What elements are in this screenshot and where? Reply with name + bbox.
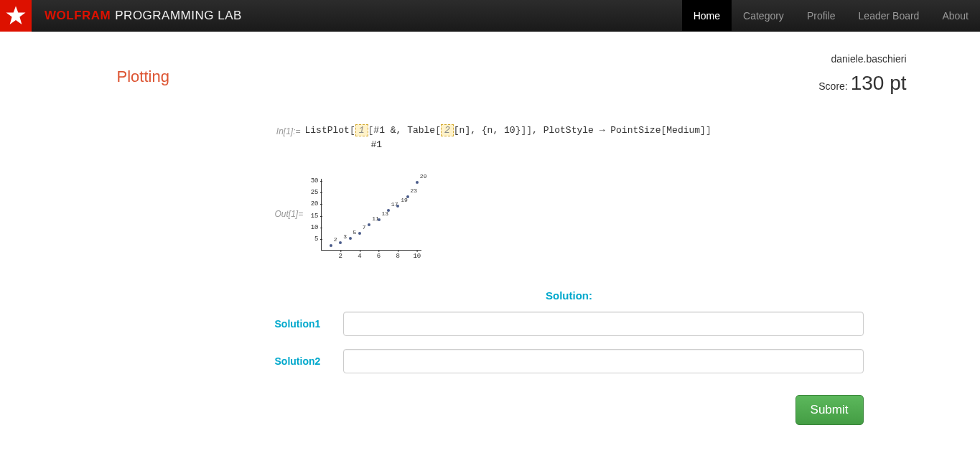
in-label: In[1]:= — [275, 124, 305, 136]
output-plot: 2468102357111317192329 51015202530 — [305, 176, 427, 269]
navbar: WOLFRAM PROGRAMMING LAB Home Category Pr… — [0, 0, 980, 32]
data-point — [378, 218, 381, 221]
nav-items: Home Category Profile Leader Board About — [682, 0, 980, 31]
brand-text: WOLFRAM PROGRAMMING LAB — [32, 9, 242, 23]
nav-home[interactable]: Home — [682, 0, 732, 31]
x-tick: 8 — [396, 253, 399, 260]
data-label: 29 — [420, 173, 427, 180]
y-tick: 5 — [305, 236, 319, 243]
data-label: 3 — [343, 233, 347, 240]
username: daniele.baschieri — [818, 53, 906, 65]
wolfram-logo-icon — [0, 0, 32, 32]
y-tick: 20 — [305, 200, 319, 208]
nav-about[interactable]: About — [930, 0, 980, 31]
score-line: Score: 130 pt — [818, 72, 906, 95]
solution-header: Solution: — [275, 289, 864, 302]
solution2-label: Solution2 — [275, 355, 343, 367]
score-value: 130 pt — [851, 72, 907, 94]
out-label: Out[1]= — [275, 173, 305, 219]
code-content: ListPlot[1[#1 &, Table[2[n], {n, 10}]], … — [305, 124, 711, 152]
data-label: 7 — [363, 224, 366, 230]
user-info: daniele.baschieri Score: 130 pt — [818, 53, 906, 95]
data-point — [387, 209, 390, 212]
solution1-input[interactable] — [343, 312, 864, 336]
solution2-input[interactable] — [343, 349, 864, 373]
y-tick: 30 — [305, 177, 319, 185]
notebook-area: In[1]:= ListPlot[1[#1 &, Table[2[n], {n,… — [275, 124, 864, 269]
nav-category[interactable]: Category — [732, 0, 795, 31]
blank-1[interactable]: 1 — [355, 124, 368, 136]
data-label: 5 — [353, 229, 357, 236]
svg-marker-0 — [6, 6, 26, 24]
x-tick: 2 — [338, 253, 342, 260]
data-point — [368, 223, 370, 226]
output-cell: Out[1]= 2468102357111317192329 510152025… — [275, 173, 864, 269]
solution1-label: Solution1 — [275, 318, 343, 330]
data-point — [416, 181, 419, 184]
brand-part1: WOLFRAM — [45, 9, 111, 23]
data-point — [406, 195, 409, 198]
x-tick: 4 — [358, 253, 361, 260]
data-label: 23 — [411, 187, 418, 194]
input-cell: In[1]:= ListPlot[1[#1 &, Table[2[n], {n,… — [275, 124, 864, 152]
brand-part2: PROGRAMMING LAB — [115, 9, 242, 23]
submit-button[interactable]: Submit — [795, 395, 864, 425]
data-point — [339, 241, 342, 244]
nav-leaderboard[interactable]: Leader Board — [847, 0, 931, 31]
x-tick: 10 — [413, 253, 421, 260]
data-point — [396, 205, 399, 208]
data-point — [330, 244, 332, 247]
data-point — [358, 232, 361, 235]
navbar-brand[interactable]: WOLFRAM PROGRAMMING LAB — [0, 0, 242, 31]
data-label: 2 — [334, 236, 337, 243]
solution-section: Solution: Solution1 Solution2 Submit — [275, 289, 864, 425]
nav-profile[interactable]: Profile — [795, 0, 847, 31]
x-tick: 6 — [377, 253, 381, 260]
blank-2[interactable]: 2 — [441, 124, 454, 136]
y-tick: 10 — [305, 224, 319, 231]
page-title: Plotting — [117, 67, 169, 86]
y-tick: 15 — [305, 213, 319, 220]
score-label: Score: — [818, 80, 847, 92]
y-tick: 25 — [305, 189, 319, 196]
data-point — [349, 237, 352, 240]
